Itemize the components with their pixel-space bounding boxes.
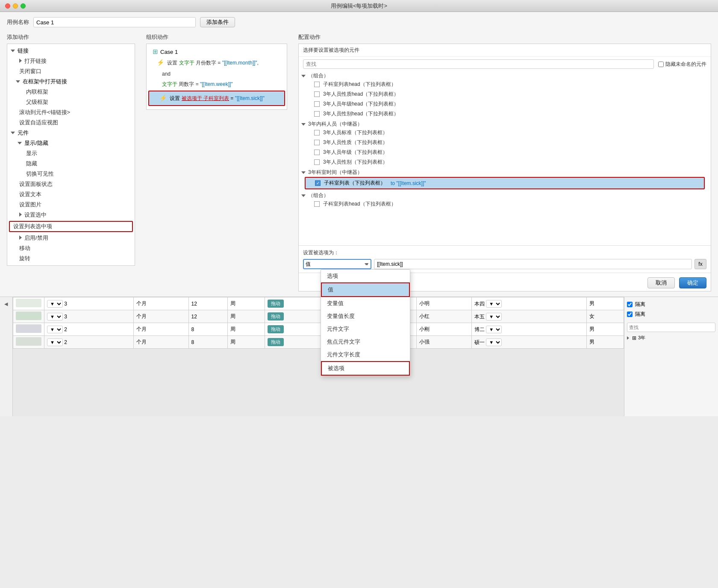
table-cell: 12 bbox=[188, 310, 228, 323]
action-text-1c: 文字于 周数字 = "[[Item.week]]" bbox=[162, 81, 233, 87]
tree-item-move[interactable]: 移动 bbox=[7, 243, 135, 253]
cb-4-1[interactable] bbox=[314, 201, 320, 207]
sidebar-cb-2[interactable] bbox=[627, 312, 633, 317]
config-item-1-1-text: 子科室列表head（下拉列表框） bbox=[323, 81, 396, 88]
dropdown-item-var-length[interactable]: 变量值长度 bbox=[321, 310, 410, 323]
drag-button-2[interactable]: 拖动 bbox=[268, 312, 284, 320]
fx-button[interactable]: fx bbox=[694, 259, 706, 269]
blurred-img-4 bbox=[16, 337, 41, 346]
row4-col2-select[interactable]: ▼ bbox=[47, 338, 63, 346]
config-group-3-label[interactable]: 3年科室时间（中继器） bbox=[301, 169, 708, 176]
row3-grade-select[interactable]: ▼ bbox=[486, 326, 502, 333]
cb-1-4[interactable] bbox=[314, 111, 320, 117]
table-cell: 小红 bbox=[417, 310, 472, 323]
value-input[interactable] bbox=[374, 259, 692, 269]
config-group-4-label[interactable]: （组合） bbox=[301, 192, 708, 199]
row2-col2-select[interactable]: ▼ bbox=[47, 313, 63, 320]
config-item-1-4-text: 3年人员性别head（下拉列表框） bbox=[323, 110, 399, 118]
dropdown-menu: 选项 值 变量值 变量值长度 元件文字 焦点元件文字 元件文字长度 被选项 bbox=[321, 269, 410, 376]
tree-item-set-image[interactable]: 设置图片 bbox=[7, 200, 135, 210]
dropdown-item-widget-text[interactable]: 元件文字 bbox=[321, 323, 410, 335]
config-group-1-text: （组合） bbox=[308, 72, 329, 79]
config-group-2-label[interactable]: 3年内科人员（中继器） bbox=[301, 121, 708, 128]
close-button[interactable] bbox=[5, 3, 10, 9]
tree-item-show[interactable]: 显示 bbox=[7, 148, 135, 159]
tree-item-set-panel-state[interactable]: 设置面板状态 bbox=[7, 179, 135, 189]
cb-1-2[interactable] bbox=[314, 91, 320, 97]
table-cell bbox=[13, 297, 44, 310]
drag-button-4[interactable]: 拖动 bbox=[268, 338, 284, 346]
table-cell: 8 bbox=[188, 323, 228, 336]
dropdown-item-option[interactable]: 选项 bbox=[321, 270, 410, 282]
dropdown-item-selected[interactable]: 被选项 bbox=[321, 361, 410, 376]
config-item-3-1-highlight[interactable]: 子科室列表（下拉列表框） to "[[Item.sick]]" bbox=[305, 177, 705, 189]
group-show-hide[interactable]: 显示/隐藏 bbox=[7, 138, 135, 148]
config-item-2-3: 3年人员年级（下拉列表框） bbox=[301, 147, 708, 157]
minimize-button[interactable] bbox=[13, 3, 18, 9]
cb-2-1[interactable] bbox=[314, 130, 320, 135]
tree-item-toggle-visibility[interactable]: 切换可见性 bbox=[7, 169, 135, 179]
dropdown-item-value[interactable]: 值 bbox=[321, 282, 410, 297]
cb-1-1[interactable] bbox=[314, 82, 320, 87]
cb-2-3[interactable] bbox=[314, 150, 320, 155]
config-item-1-1: 子科室列表head（下拉列表框） bbox=[301, 79, 708, 89]
add-condition-button[interactable]: 添加条件 bbox=[200, 17, 235, 27]
row1-grade-select[interactable]: ▼ bbox=[486, 300, 502, 308]
case-name-label: 用例名称 bbox=[7, 18, 29, 26]
row2-grade-select[interactable]: ▼ bbox=[486, 313, 502, 320]
drag-button-3[interactable]: 拖动 bbox=[268, 325, 284, 333]
tri-group-3 bbox=[301, 171, 306, 174]
config-group-3: 3年科室时间（中继器） 子科室列表（下拉列表框） to "[[Item.sick… bbox=[299, 168, 711, 191]
config-group-1-label[interactable]: （组合） bbox=[301, 72, 708, 79]
dropdown-item-var-value[interactable]: 变量值 bbox=[321, 297, 410, 310]
tree-item-adaptive-view[interactable]: 设置自适应视图 bbox=[7, 118, 135, 128]
tree-item-set-list-selected[interactable]: 设置列表选中项 bbox=[9, 221, 133, 232]
tree-item-hide[interactable]: 隐藏 bbox=[7, 159, 135, 169]
table-cell: 小强 bbox=[417, 336, 472, 349]
config-group-2: 3年内科人员（中继器） 3年人员标准（下拉列表框） 3年人员性质（下拉列表框） bbox=[299, 120, 711, 168]
dropdown-item-widget-text-len[interactable]: 元件文字长度 bbox=[321, 348, 410, 361]
tree-item-enable-disable[interactable]: 启用/禁用 bbox=[7, 233, 135, 243]
case-header[interactable]: ⊞ Case 1 bbox=[147, 47, 287, 57]
config-item-1-3: 3年人员年级head（下拉列表框） bbox=[301, 99, 708, 109]
table-cell: 个月 bbox=[133, 336, 188, 349]
action-item-1[interactable]: ⚡ 设置 文字于 月份数字 = "[[Item.month]]", bbox=[147, 57, 287, 69]
sidebar-cb-1[interactable] bbox=[627, 302, 633, 307]
row4-grade-select[interactable]: ▼ bbox=[486, 338, 502, 346]
cb-1-3[interactable] bbox=[314, 101, 320, 107]
dropdown-item-focus-text[interactable]: 焦点元件文字 bbox=[321, 335, 410, 348]
sidebar-search-input[interactable] bbox=[627, 323, 715, 332]
tree-item-scroll-anchor[interactable]: 滚动到元件<锚链接> bbox=[7, 107, 135, 118]
cb-2-2[interactable] bbox=[314, 140, 320, 145]
cb-3-1[interactable] bbox=[315, 180, 321, 186]
tree-item-open-link[interactable]: 打开链接 bbox=[7, 56, 135, 66]
sidebar-label: ◀ bbox=[3, 301, 9, 307]
row1-col2-select[interactable]: ▼ bbox=[47, 300, 63, 308]
tree-item-parent-frame[interactable]: 父级框架 bbox=[7, 97, 135, 107]
drag-button-1[interactable]: 拖动 bbox=[268, 300, 284, 308]
table-cell: 男 bbox=[586, 297, 624, 310]
fullscreen-button[interactable] bbox=[21, 3, 26, 9]
hide-unnamed-checkbox[interactable] bbox=[658, 62, 664, 67]
group-frame-open[interactable]: 在框架中打开链接 bbox=[7, 76, 135, 87]
main-content: 用例名称 添加条件 添加动作 链接 打开链接 关闭窗口 在框架中打开链接 bbox=[0, 12, 718, 297]
tree-item-set-selected[interactable]: 设置选中 bbox=[7, 210, 135, 220]
tree-item-rotate[interactable]: 旋转 bbox=[7, 253, 135, 264]
config-group-2-text: 3年内科人员（中继器） bbox=[308, 121, 362, 128]
cancel-button[interactable]: 取消 bbox=[647, 277, 675, 288]
action-item-2-selected[interactable]: ⚡ 设置 被选项于 子科室列表 = "[[Item.sick]]" bbox=[148, 91, 285, 106]
lightning-icon-1: ⚡ bbox=[157, 59, 164, 66]
cb-2-4[interactable] bbox=[314, 159, 320, 165]
table-cell: 周 bbox=[228, 323, 265, 336]
tree-item-set-text[interactable]: 设置文本 bbox=[7, 189, 135, 200]
row3-col2-select[interactable]: ▼ bbox=[47, 326, 63, 333]
group-links[interactable]: 链接 bbox=[7, 46, 135, 56]
action-item-1c: 文字于 周数字 = "[[Item.week]]" bbox=[147, 79, 287, 90]
config-search-input[interactable] bbox=[303, 59, 654, 69]
case-name-input[interactable] bbox=[33, 17, 196, 27]
ok-button[interactable]: 确定 bbox=[679, 277, 706, 288]
tree-item-inline-frame[interactable]: 内联框架 bbox=[7, 87, 135, 97]
group-components[interactable]: 元件 bbox=[7, 128, 135, 138]
tree-item-close-window[interactable]: 关闭窗口 bbox=[7, 66, 135, 76]
value-type-select[interactable]: 选项 值 变量值 变量值长度 元件文字 焦点元件文字 元件文字长度 被选项 bbox=[303, 259, 371, 269]
